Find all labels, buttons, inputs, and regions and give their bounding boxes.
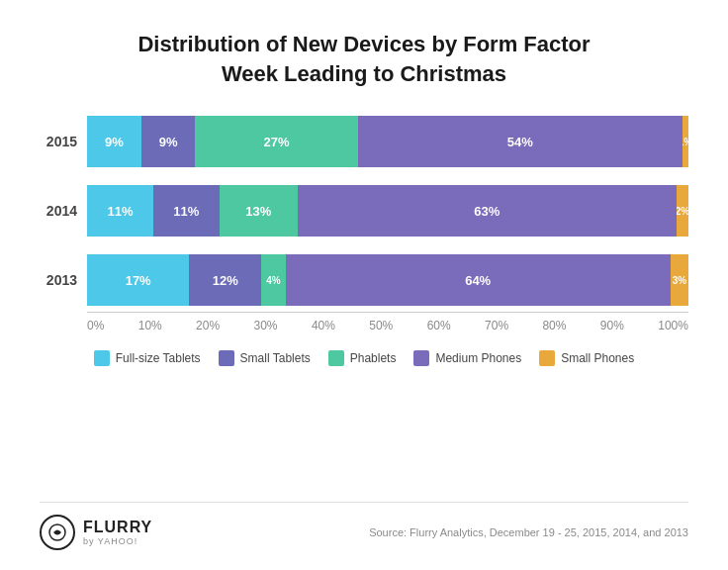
bar-container: 9%9%27%54%1% <box>87 116 688 167</box>
legend-label: Small Tablets <box>240 351 311 365</box>
x-axis-label: 80% <box>542 319 566 332</box>
bar-segment-phablets: 13% <box>220 185 298 237</box>
legend-label: Medium Phones <box>435 351 521 365</box>
x-axis-label: 70% <box>485 319 508 332</box>
bar-segment-small_tablets: 11% <box>153 185 220 237</box>
bar-segment-medium_phones: 54% <box>358 116 682 167</box>
legend-label: Small Phones <box>561 351 634 365</box>
logo-yahoo: by YAHOO! <box>83 536 152 546</box>
footer-source: Source: Flurry Analytics, December 19 - … <box>369 526 688 538</box>
legend-label: Full-size Tablets <box>116 351 201 365</box>
bar-row: 201317%12%4%64%3% <box>40 254 688 306</box>
legend-item: Small Tablets <box>219 350 311 366</box>
bar-segment-small_tablets: 9% <box>141 116 196 167</box>
bar-row: 20159%9%27%54%1% <box>40 116 688 167</box>
x-axis: 0%10%20%30%40%50%60%70%80%90%100% <box>87 312 688 332</box>
footer-logo: FLURRY by YAHOO! <box>40 515 152 550</box>
bar-segment-medium_phones: 63% <box>298 185 677 237</box>
legend-item: Phablets <box>328 350 397 366</box>
legend-color-swatch <box>328 350 344 366</box>
bar-segment-small_phones: 1% <box>682 116 688 167</box>
bar-segment-medium_phones: 64% <box>286 254 671 306</box>
bar-segment-full_size_tablets: 11% <box>87 185 153 237</box>
legend-color-swatch <box>94 350 110 366</box>
x-axis-label: 30% <box>253 319 277 332</box>
bar-segment-small_phones: 3% <box>671 254 688 306</box>
logo-text: FLURRY by YAHOO! <box>83 519 152 546</box>
x-axis-label: 0% <box>87 319 104 332</box>
bar-container: 11%11%13%63%2% <box>87 185 688 237</box>
chart-title: Distribution of New Devices by Form Fact… <box>137 30 590 88</box>
legend-color-swatch <box>413 350 429 366</box>
x-axis-label: 10% <box>138 319 162 332</box>
legend: Full-size TabletsSmall TabletsPhabletsMe… <box>94 350 634 366</box>
legend-item: Small Phones <box>539 350 634 366</box>
logo-flurry: FLURRY <box>83 519 152 536</box>
bar-segment-phablets: 27% <box>195 116 357 167</box>
legend-item: Full-size Tablets <box>94 350 201 366</box>
legend-item: Medium Phones <box>413 350 521 366</box>
bar-row: 201411%11%13%63%2% <box>40 185 688 237</box>
bar-segment-full_size_tablets: 9% <box>87 116 141 167</box>
year-label: 2015 <box>40 134 77 149</box>
year-label: 2013 <box>40 272 77 288</box>
x-axis-label: 100% <box>658 319 688 332</box>
bar-segment-small_tablets: 12% <box>189 254 261 306</box>
bar-segment-phablets: 4% <box>261 254 285 306</box>
legend-color-swatch <box>219 350 234 366</box>
x-axis-label: 50% <box>369 319 393 332</box>
bar-segment-small_phones: 2% <box>677 185 688 237</box>
x-axis-label: 60% <box>427 319 451 332</box>
year-label: 2014 <box>40 203 77 219</box>
footer: FLURRY by YAHOO! Source: Flurry Analytic… <box>40 502 688 550</box>
x-axis-label: 20% <box>196 319 220 332</box>
x-axis-label: 40% <box>312 319 335 332</box>
bar-container: 17%12%4%64%3% <box>87 254 688 306</box>
legend-color-swatch <box>539 350 555 366</box>
chart-area: 20159%9%27%54%1%201411%11%13%63%2%201317… <box>40 116 688 306</box>
bar-segment-full_size_tablets: 17% <box>87 254 189 306</box>
legend-label: Phablets <box>350 351 397 365</box>
x-axis-label: 90% <box>600 319 624 332</box>
logo-circle <box>40 515 75 550</box>
